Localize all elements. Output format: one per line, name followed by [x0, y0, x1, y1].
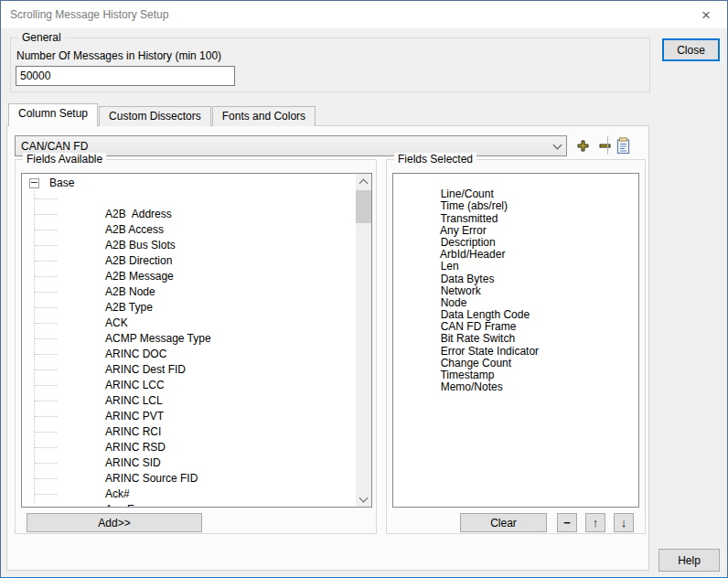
tree-item[interactable]: A2B Type [22, 284, 371, 300]
close-button[interactable]: Close [662, 38, 720, 61]
messages-count-label: Number Of Messages in History (min 100) [16, 49, 221, 62]
window-title: Scrolling Message History Setup [10, 8, 168, 21]
tree-item[interactable]: A2B Bus Slots [22, 222, 371, 238]
selected-item-label: Time (abs/rel) [440, 199, 508, 212]
messages-count-input[interactable] [16, 66, 235, 86]
fields-selected-list[interactable]: Line/Count Time (abs/rel) Transmitted An… [392, 173, 639, 508]
selected-item-label: Data Length Code [441, 308, 530, 321]
tree-item[interactable]: Arb Id/Header [22, 502, 371, 508]
tree-item[interactable]: ARINC SID [22, 440, 371, 455]
add-protocol-button[interactable] [574, 137, 591, 154]
tree-item[interactable]: ARINC RSD [22, 424, 371, 440]
tree-item[interactable]: A2B Direction [22, 238, 371, 253]
tree-item[interactable]: Ack# [22, 471, 371, 487]
general-group: General Number Of Messages in History (m… [10, 37, 650, 92]
tree-item[interactable]: ARINC LCC [22, 362, 371, 378]
move-field-down-button[interactable]: ↓ [614, 513, 634, 532]
selected-item-label: Network [441, 284, 481, 297]
selected-item-label: CAN FD Frame [441, 320, 517, 333]
tree-item[interactable]: ARINC Dest FID [22, 347, 371, 362]
selected-item-label: Len [441, 260, 459, 273]
collapse-icon[interactable] [29, 178, 39, 188]
fields-available-tree[interactable]: Base A2B Address A2B Access A2B Bus Slo [21, 173, 372, 508]
tree-item[interactable]: ARINC PVT [22, 393, 371, 409]
selected-item[interactable]: Line/Count [398, 177, 638, 188]
copy-columns-button[interactable] [615, 137, 631, 154]
selected-item-label: ArbId/Header [440, 248, 505, 261]
tree-item[interactable]: A2B Node [22, 269, 371, 284]
clipboard-icon [616, 137, 631, 155]
window-close-button[interactable]: × [685, 1, 727, 28]
selected-item-label: Data Bytes [441, 273, 495, 285]
tree-item[interactable]: ARINC DOC [22, 331, 371, 347]
selected-item-label: Transmitted [440, 212, 498, 225]
minus-icon [599, 140, 611, 152]
remove-field-button[interactable]: − [557, 513, 577, 532]
tree-item[interactable]: A2B Access [22, 207, 371, 222]
selected-item-label: Description [441, 236, 496, 249]
fields-available-legend: Fields Available [23, 153, 106, 166]
selected-item-label: Memo/Notes [441, 380, 503, 393]
fields-selected-group: Fields Selected Line/Count Time (abs/rel… [386, 159, 646, 534]
chevron-down-icon [548, 144, 566, 148]
selected-items: Line/Count Time (abs/rel) Transmitted An… [393, 174, 638, 507]
selected-item-label: Timestamp [440, 369, 494, 381]
tree-items: Base A2B Address A2B Access A2B Bus Slo [22, 174, 371, 507]
tree-item[interactable]: A2B Address [22, 191, 371, 207]
tab-fonts-and-colors[interactable]: Fonts and Colors [212, 106, 316, 126]
scroll-down-icon[interactable] [356, 491, 371, 507]
selected-item-label: Error State Indicator [441, 345, 539, 358]
fields-available-group: Fields Available Base A2B Address A2B [15, 159, 377, 534]
selected-item-label: Line/Count [441, 187, 494, 200]
tree-root-node[interactable]: Base [22, 176, 371, 191]
move-field-up-button[interactable]: ↑ [585, 513, 605, 532]
help-button[interactable]: Help [658, 549, 720, 572]
scrollbar-thumb[interactable] [356, 190, 371, 223]
tree-item[interactable]: ARINC LCL [22, 378, 371, 393]
general-group-legend: General [18, 31, 65, 44]
scroll-up-icon[interactable] [356, 174, 371, 189]
tree-item[interactable]: ACMP Message Type [22, 316, 371, 331]
protocol-selected-value: CAN/CAN FD [16, 140, 548, 153]
remove-protocol-button[interactable] [596, 137, 613, 154]
clear-fields-button[interactable]: Clear [460, 513, 547, 532]
close-icon: × [701, 7, 711, 23]
title-bar: Scrolling Message History Setup × [1, 1, 727, 28]
tree-item[interactable]: ACK [22, 300, 371, 316]
selected-item-label: Change Count [441, 357, 511, 369]
tree-scrollbar[interactable] [356, 174, 371, 507]
tree-item[interactable]: A2B Message [22, 253, 371, 269]
column-setup-tab-page: CAN/CAN FD Field [6, 125, 649, 571]
add-fields-button[interactable]: Add>> [27, 513, 202, 532]
tab-strip: Column Setup Custom Dissectors Fonts and… [8, 106, 316, 126]
selected-item-label: Bit Rate Switch [441, 332, 515, 345]
tree-item[interactable]: ARINC Source FID [22, 455, 371, 471]
tab-custom-dissectors[interactable]: Custom Dissectors [99, 106, 211, 126]
plus-icon [577, 140, 589, 152]
dialog-scrolling-message-history-setup: Scrolling Message History Setup × Genera… [0, 0, 728, 578]
toolbar-separator [607, 136, 608, 155]
fields-selected-legend: Fields Selected [394, 153, 476, 166]
tree-item[interactable]: Any Error [22, 487, 371, 502]
tab-column-setup[interactable]: Column Setup [8, 103, 98, 126]
selected-item-label: Node [441, 296, 467, 309]
selected-item-label: Any Error [440, 224, 487, 237]
tree-item[interactable]: ARINC RCI [22, 409, 371, 424]
tree-root-label: Base [49, 176, 74, 191]
